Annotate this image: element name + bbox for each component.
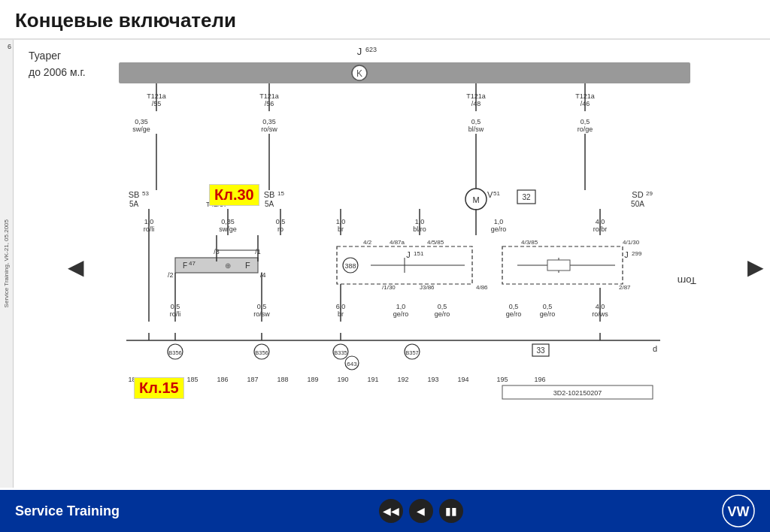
svg-text:d: d (653, 344, 657, 353)
footer: Service Training ◀◀ ◀ ▮▮ VW (0, 490, 770, 532)
page-title: Концевые включатели (15, 9, 755, 32)
svg-text:ge/ro: ge/ro (393, 310, 409, 318)
page-number: 6 (8, 43, 11, 50)
svg-text:192: 192 (397, 376, 408, 383)
svg-text:2/87: 2/87 (619, 284, 631, 291)
svg-text:195: 195 (496, 376, 508, 383)
svg-text:190: 190 (337, 376, 348, 383)
svg-text:196: 196 (534, 376, 545, 383)
svg-text:/4: /4 (260, 271, 266, 279)
svg-text:5A: 5A (129, 200, 139, 208)
page-header: Концевые включатели (0, 0, 770, 40)
svg-text:ge/ro: ge/ro (435, 310, 450, 318)
nav-right-arrow[interactable]: ▶ (747, 255, 764, 280)
svg-text:643: 643 (347, 361, 357, 367)
svg-text:4/87a: 4/87a (390, 239, 405, 246)
svg-text:15: 15 (277, 190, 284, 197)
svg-text:SB: SB (129, 190, 140, 199)
main-content: 6 Service Training, VK-21, 05.2005 Туаре… (0, 40, 770, 488)
svg-text:188: 188 (277, 376, 288, 383)
svg-text:/1/30: /1/30 (382, 284, 396, 291)
svg-text:F: F (183, 261, 187, 270)
svg-text:V: V (487, 190, 493, 199)
svg-text:sw/ge: sw/ge (132, 125, 150, 133)
svg-text:51: 51 (493, 190, 500, 197)
svg-text:⊕: ⊕ (225, 261, 231, 270)
svg-text:47: 47 (189, 260, 196, 267)
svg-text:ro/sw: ro/sw (261, 125, 277, 133)
back-button[interactable]: ◀ (409, 499, 433, 523)
svg-text:SD: SD (632, 190, 643, 199)
svg-text:J: J (406, 250, 411, 259)
svg-text:388: 388 (344, 262, 356, 270)
svg-text:53: 53 (142, 190, 149, 197)
svg-text:193: 193 (427, 376, 438, 383)
kl15-label: Кл.15 (134, 377, 184, 399)
svg-text:0,5: 0,5 (509, 303, 519, 310)
svg-text:0,5: 0,5 (438, 303, 447, 310)
svg-text:185: 185 (186, 376, 198, 383)
svg-text:J: J (357, 46, 362, 57)
rewind-button[interactable]: ◀◀ (379, 499, 403, 523)
svg-text:0,5: 0,5 (471, 118, 481, 125)
svg-rect-0 (119, 62, 690, 83)
svg-text:B356: B356 (168, 349, 182, 356)
svg-text:0,5: 0,5 (543, 303, 553, 310)
svg-text:194: 194 (457, 376, 468, 383)
svg-text:3D2-102150207: 3D2-102150207 (553, 389, 602, 397)
svg-text:50A: 50A (631, 200, 644, 208)
svg-text:ro/ge: ro/ge (578, 125, 593, 133)
footer-title: Service Training (15, 503, 120, 519)
sidebar-label: Service Training, VK-21, 05.2005 (3, 219, 11, 307)
footer-controls: ◀◀ ◀ ▮▮ (379, 499, 463, 523)
svg-text:186: 186 (217, 376, 228, 383)
kl30-label: Кл.30 (209, 184, 259, 206)
svg-text:1,0: 1,0 (396, 303, 406, 310)
svg-text:Torn: Torn (678, 275, 696, 286)
svg-text:4/2: 4/2 (363, 239, 372, 246)
vw-logo: VW (722, 494, 755, 527)
svg-text:623: 623 (365, 46, 377, 53)
svg-text:/2: /2 (168, 271, 174, 279)
svg-text:K: K (356, 68, 362, 79)
pause-button[interactable]: ▮▮ (439, 499, 463, 523)
left-sidebar: 6 Service Training, VK-21, 05.2005 (0, 40, 14, 488)
svg-text:33: 33 (536, 346, 545, 355)
svg-text:4/86: 4/86 (476, 284, 488, 291)
circuit-diagram: J 623 K T121a /55 T121a /56 T121a /48 T1… (59, 40, 713, 476)
svg-text:4/5/85: 4/5/85 (427, 239, 444, 246)
svg-text:J3/86: J3/86 (420, 284, 435, 291)
svg-text:299: 299 (632, 250, 642, 257)
svg-text:189: 189 (307, 376, 318, 383)
svg-text:187: 187 (247, 376, 258, 383)
svg-text:J: J (624, 250, 629, 259)
svg-rect-93 (547, 260, 570, 271)
svg-text:32: 32 (522, 193, 531, 201)
svg-text:F: F (245, 261, 250, 270)
diagram-area: Туарег до 2006 м.г. ◀ ▶ Кл.30 Кл.15 J 62… (14, 40, 770, 488)
svg-text:0,35: 0,35 (262, 118, 276, 125)
svg-text:bl/sw: bl/sw (468, 125, 484, 133)
svg-text:191: 191 (367, 376, 378, 383)
svg-text:ge/ro: ge/ro (506, 310, 522, 318)
svg-text:ge/ro: ge/ro (540, 310, 556, 318)
svg-text:4/3/85: 4/3/85 (521, 239, 538, 246)
svg-text:B356: B356 (255, 349, 268, 356)
svg-text:ge/ro: ge/ro (491, 225, 507, 233)
svg-text:5A: 5A (265, 200, 274, 208)
svg-text:M: M (472, 195, 479, 204)
svg-text:B357: B357 (405, 349, 419, 356)
svg-text:VW: VW (728, 504, 750, 519)
svg-text:0,5: 0,5 (581, 118, 590, 125)
svg-text:1,0: 1,0 (494, 218, 504, 225)
svg-text:4/1/30: 4/1/30 (623, 239, 640, 246)
svg-text:B335: B335 (334, 349, 347, 356)
svg-text:0,35: 0,35 (135, 118, 148, 125)
svg-text:151: 151 (414, 250, 424, 257)
svg-text:29: 29 (646, 190, 653, 197)
svg-text:SB: SB (264, 190, 275, 199)
